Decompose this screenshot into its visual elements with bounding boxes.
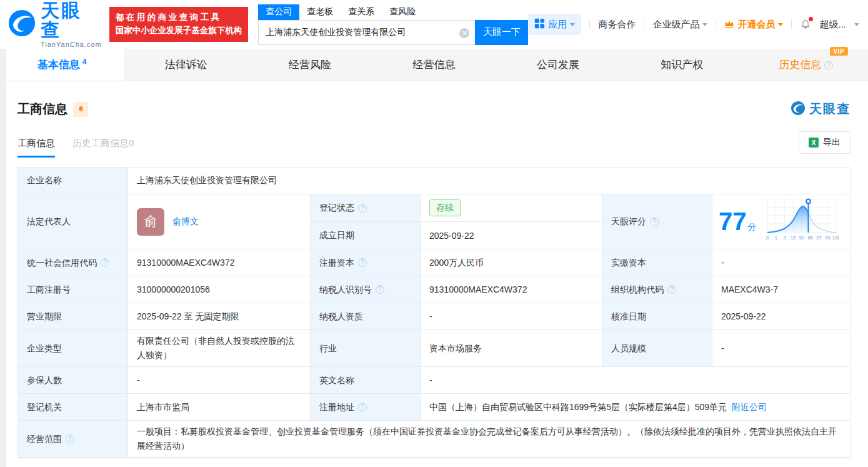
tianyancha-logo[interactable]: 天眼查 TianYanCha.com (7, 1, 102, 49)
divider (791, 20, 792, 29)
field-label-establish-date: 成立日期 (311, 222, 421, 249)
nav-open-vip[interactable]: 开通会员 (724, 19, 783, 31)
top-nav: 应用 商务合作 企业级产品 开通会员 超级... (528, 14, 859, 35)
tab-intellectual-property[interactable]: 知识产权 (620, 49, 744, 81)
field-value-business-scope: 一般项目：私募股权投资基金管理、创业投资基金管理服务（须在中国证券投资基金业协会… (128, 421, 850, 458)
notification-bell-icon[interactable] (800, 19, 811, 31)
tab-legal-litigation[interactable]: 法律诉讼 (124, 49, 247, 81)
status-badge: 存续 (429, 199, 461, 216)
field-label-org-code: 组织机构代码 (602, 276, 712, 303)
brand-domain: TianYanCha.com (41, 41, 102, 49)
nav-enterprise-label: 企业级产品 (652, 19, 699, 31)
field-value-staff-size: - (712, 330, 850, 367)
nav-apps[interactable]: 应用 (528, 14, 581, 35)
field-value-business-term: 2025-09-22 至 无固定期限 (128, 303, 311, 330)
slogan-banner: 都在用的商业查询工具 国家中小企业发展子基金旗下机构 (109, 7, 249, 42)
svg-text:15: 15 (791, 235, 796, 241)
legal-rep-avatar[interactable]: 俞 (137, 208, 164, 236)
field-label-legal-rep: 法定代表人 (18, 194, 128, 249)
help-icon[interactable] (667, 285, 676, 294)
clear-icon[interactable]: ✕ (459, 28, 469, 38)
search-tab-risk[interactable]: 查风险 (382, 4, 423, 20)
nav-super-vip[interactable]: 超级... (819, 19, 846, 31)
help-icon[interactable] (66, 434, 74, 443)
divider (716, 20, 716, 29)
field-label-approval-date: 核准日期 (602, 303, 712, 330)
apps-grid-icon (534, 18, 545, 31)
chevron-down-icon (702, 23, 707, 26)
field-value-tyc-score: 77分 (712, 194, 850, 249)
search-tab-boss[interactable]: 查老板 (299, 4, 341, 20)
company-tabbar: 基本信息 4 法律诉讼 经营风险 经营信息 公司发展 知识产权 历史信息 VIP (0, 49, 868, 81)
nav-open-vip-label: 开通会员 (737, 19, 775, 31)
help-icon[interactable] (376, 285, 384, 294)
field-value-english-name: - (421, 367, 850, 394)
svg-text:99: 99 (825, 235, 830, 241)
field-value-approval-date: 2025-09-22 (712, 303, 850, 330)
tab-label: 基本信息 (37, 58, 80, 72)
field-label-taxpayer-quality: 纳税人资质 (311, 303, 421, 330)
score-number: 77分 (719, 209, 757, 234)
tab-history-info[interactable]: 历史信息 VIP (744, 49, 868, 81)
legal-rep-link[interactable]: 俞博文 (172, 214, 199, 229)
field-label-industry: 行业 (311, 330, 421, 367)
field-label-taxpayer-id: 纳税人识别号 (311, 276, 421, 303)
excel-icon: X (809, 138, 819, 148)
subtab-business-info[interactable]: 工商信息 (17, 138, 55, 158)
field-value-org-code: MAEXC4W3-7 (712, 276, 850, 303)
field-label-reg-number: 工商注册号 (18, 276, 128, 303)
field-label-reg-status: 登记状态 (311, 194, 421, 222)
nav-apps-label: 应用 (548, 19, 567, 31)
export-button[interactable]: X 导出 (799, 131, 851, 154)
help-icon[interactable] (358, 403, 367, 411)
field-value-reg-address: 中国（上海）自由贸易试验区中科路1699号第5层（实际楼层第4层）509单元 附… (421, 394, 850, 421)
help-icon[interactable] (824, 61, 833, 69)
chevron-down-icon (570, 23, 575, 26)
field-label-reg-authority: 登记机关 (18, 394, 128, 421)
slogan-line1: 都在用的商业查询工具 (116, 11, 242, 24)
tab-basic-info[interactable]: 基本信息 4 (0, 49, 124, 81)
search-input[interactable] (259, 21, 475, 44)
field-value-paid-capital: - (712, 249, 850, 276)
tab-company-development[interactable]: 公司发展 (496, 49, 620, 81)
field-value-reg-authority: 上海市市监局 (128, 394, 311, 421)
tab-label: 历史信息 (779, 58, 821, 72)
top-header: 天眼查 TianYanCha.com 都在用的商业查询工具 国家中小企业发展子基… (0, 0, 868, 49)
field-label-reg-address: 注册地址 (311, 394, 421, 421)
field-value-establish-date: 2025-09-22 (421, 222, 602, 249)
field-value-reg-status: 存续 (421, 194, 602, 222)
field-value-company-type: 有限责任公司（非自然人投资或控股的法人独资） (128, 330, 311, 367)
field-value-industry: 资本市场服务 (421, 330, 602, 367)
help-icon[interactable] (358, 204, 367, 213)
watermark-brand: 天眼查 (809, 101, 851, 118)
field-label-tyc-score: 天眼评分 (602, 194, 712, 249)
left-scroll-gutter (0, 49, 6, 467)
monitor-bell-icon[interactable] (73, 102, 88, 117)
chevron-down-icon (854, 23, 859, 26)
svg-text:0: 0 (766, 235, 768, 241)
search-tab-company[interactable]: 查公司 (258, 4, 299, 20)
nav-enterprise[interactable]: 企业级产品 (652, 19, 707, 31)
vip-badge: VIP (830, 47, 849, 56)
field-label-uscc: 统一社会信用代码 (18, 249, 128, 276)
tab-operation-risk[interactable]: 经营风险 (248, 49, 372, 81)
help-icon[interactable] (358, 258, 367, 267)
field-label-english-name: 英文名称 (311, 367, 421, 394)
divider (589, 20, 590, 29)
nearby-companies-link[interactable]: 附近公司 (732, 400, 767, 414)
tab-operation-info[interactable]: 经营信息 (372, 49, 496, 81)
export-label: 导出 (823, 137, 841, 148)
section-title: 工商信息 (17, 101, 67, 118)
nav-cooperation[interactable]: 商务合作 (598, 19, 636, 31)
search-button[interactable]: 天眼一下 (475, 20, 528, 45)
field-label-business-term: 营业期限 (18, 303, 128, 330)
search-tab-relation[interactable]: 查关系 (341, 4, 382, 20)
field-label-company-name: 企业名称 (18, 168, 128, 194)
field-value-insured: - (128, 367, 311, 394)
subtab-history-business-info[interactable]: 历史工商信息0 (72, 138, 134, 158)
help-icon[interactable] (650, 218, 659, 226)
chevron-down-icon (778, 23, 783, 26)
help-icon[interactable] (101, 258, 109, 267)
svg-text:85: 85 (807, 235, 812, 241)
svg-text:100: 100 (832, 235, 839, 241)
